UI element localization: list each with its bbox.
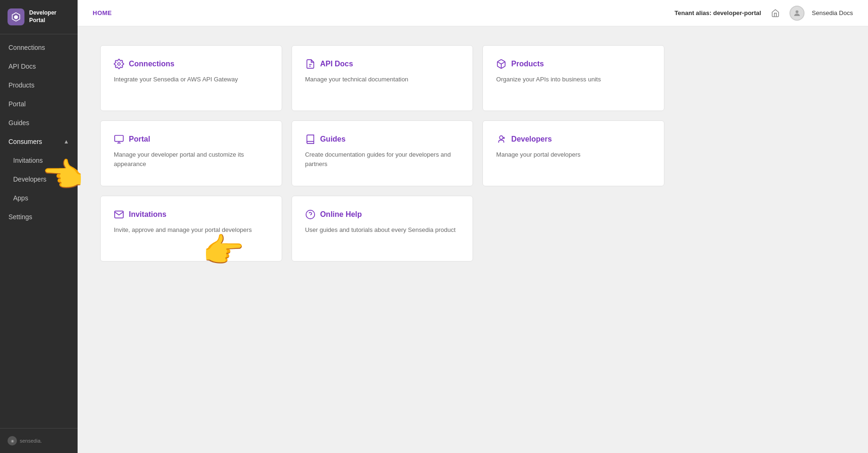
sidebar-item-api-docs[interactable]: API Docs	[0, 57, 78, 76]
question-icon	[305, 209, 316, 220]
tenant-info: Tenant alias: developer-portal	[675, 9, 761, 16]
card-title: Products	[511, 60, 544, 68]
user-avatar[interactable]	[789, 6, 805, 21]
sensedia-label: sensedia.	[20, 438, 42, 444]
card-header: Online Help	[305, 209, 460, 220]
card-title: Online Help	[320, 210, 362, 219]
sensedia-docs-link[interactable]: Sensedia Docs	[812, 9, 853, 16]
logo-text: Developer Portal	[29, 9, 56, 24]
home-button[interactable]	[769, 7, 782, 20]
card-header: Portal	[114, 134, 268, 144]
card-api-docs[interactable]: API Docs Manage your technical documenta…	[292, 45, 473, 111]
card-developers[interactable]: Developers Manage your portal developers	[482, 120, 664, 186]
card-title: Developers	[511, 135, 552, 143]
content-area: Connections Integrate your Sensedia or A…	[78, 26, 868, 453]
card-guides[interactable]: Guides Create documentation guides for y…	[292, 120, 473, 186]
card-header: Guides	[305, 134, 460, 144]
card-connections[interactable]: Connections Integrate your Sensedia or A…	[100, 45, 282, 111]
sidebar-item-developers[interactable]: Developers	[0, 170, 78, 189]
svg-point-1	[118, 63, 120, 65]
svg-rect-5	[115, 135, 123, 142]
card-title: Invitations	[129, 210, 166, 219]
sidebar-item-products[interactable]: Products	[0, 76, 78, 95]
sidebar-item-apps[interactable]: Apps	[0, 189, 78, 207]
monitor-icon	[114, 134, 124, 144]
card-desc: Manage your portal developers	[496, 150, 651, 159]
sidebar-item-label: Guides	[8, 119, 29, 127]
card-title: Connections	[129, 60, 174, 68]
cards-grid: Connections Integrate your Sensedia or A…	[100, 45, 664, 262]
sidebar-item-label: Developers	[13, 175, 47, 183]
gear-icon	[114, 59, 124, 69]
card-desc: Manage your developer portal and customi…	[114, 150, 268, 168]
sidebar-item-label: Connections	[8, 44, 45, 51]
sidebar-item-connections[interactable]: Connections	[0, 38, 78, 57]
chevron-up-icon: ▲	[63, 138, 69, 145]
sensedia-icon: ◉	[8, 436, 17, 445]
sidebar-item-portal[interactable]: Portal	[0, 95, 78, 113]
sidebar-footer: ◉ sensedia.	[0, 428, 78, 453]
card-title: API Docs	[320, 60, 353, 68]
card-desc: Manage your technical documentation	[305, 75, 460, 84]
sidebar-item-label: Apps	[13, 194, 28, 202]
svg-point-0	[796, 10, 798, 13]
card-desc: Create documentation guides for your dev…	[305, 150, 460, 168]
card-title: Portal	[129, 135, 150, 143]
card-header: Products	[496, 59, 651, 69]
card-invitations[interactable]: Invitations Invite, approve and manage y…	[100, 196, 282, 262]
sidebar-item-consumers[interactable]: Consumers ▲	[0, 132, 78, 151]
sidebar-item-invitations[interactable]: Invitations	[0, 151, 78, 170]
sidebar-item-label: Products	[8, 81, 34, 89]
sidebar-item-label: Invitations	[13, 157, 43, 164]
envelope-icon	[114, 209, 124, 220]
sidebar-nav: Connections API Docs Products Portal Gui…	[0, 34, 78, 428]
card-title: Guides	[320, 135, 346, 143]
card-desc: Invite, approve and manage your portal d…	[114, 225, 268, 235]
card-desc: User guides and tutorials about every Se…	[305, 225, 460, 235]
card-portal[interactable]: Portal Manage your developer portal and …	[100, 120, 282, 186]
header-right: Tenant alias: developer-portal Sensedia …	[675, 6, 853, 21]
sidebar-item-guides[interactable]: Guides	[0, 113, 78, 132]
sidebar-item-label: Settings	[8, 213, 32, 221]
card-products[interactable]: Products Organize your APIs into busines…	[482, 45, 664, 111]
svg-point-9	[306, 210, 314, 219]
sidebar-item-label: API Docs	[8, 63, 36, 70]
sensedia-logo: ◉ sensedia.	[8, 436, 70, 445]
header: HOME Tenant alias: developer-portal Sens…	[78, 0, 868, 26]
card-online-help[interactable]: Online Help User guides and tutorials ab…	[292, 196, 473, 262]
card-header: Connections	[114, 59, 268, 69]
main: HOME Tenant alias: developer-portal Sens…	[78, 0, 868, 453]
logo-icon	[8, 8, 24, 25]
card-desc: Integrate your Sensedia or AWS API Gatew…	[114, 75, 268, 84]
book-icon	[305, 134, 316, 144]
sidebar-logo: Developer Portal	[0, 0, 78, 34]
card-header: API Docs	[305, 59, 460, 69]
sidebar: Developer Portal Connections API Docs Pr…	[0, 0, 78, 453]
header-left: HOME	[93, 9, 112, 16]
card-desc: Organize your APIs into business units	[496, 75, 651, 84]
file-icon	[305, 59, 316, 69]
svg-point-8	[500, 136, 503, 139]
card-header: Invitations	[114, 209, 268, 220]
person-icon	[496, 134, 506, 144]
box-icon	[496, 59, 506, 69]
sidebar-item-label: Consumers	[8, 138, 42, 145]
card-header: Developers	[496, 134, 651, 144]
page-title: HOME	[93, 9, 112, 16]
sidebar-item-label: Portal	[8, 100, 26, 108]
sidebar-item-settings[interactable]: Settings	[0, 207, 78, 226]
